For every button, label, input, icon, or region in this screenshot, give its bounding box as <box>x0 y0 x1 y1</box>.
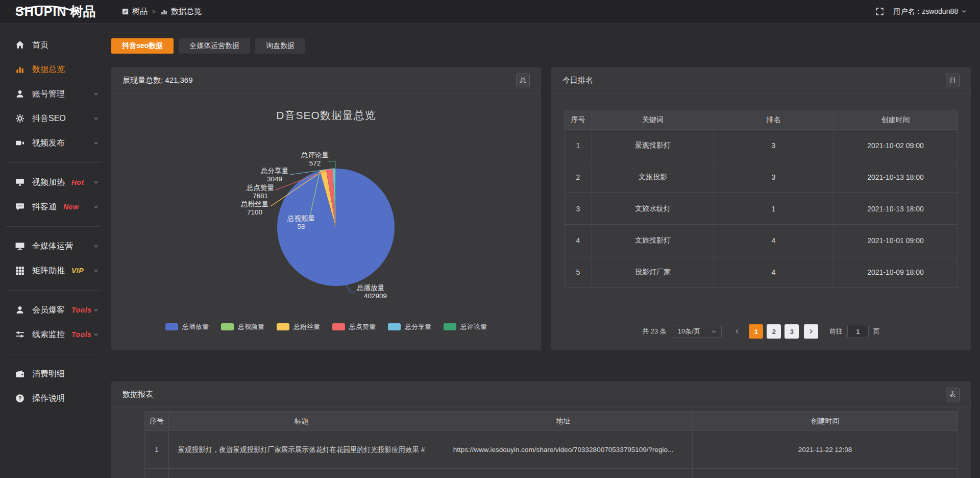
sidebar-item-douyin-seo[interactable]: 抖音SEO <box>0 106 107 131</box>
tab-0[interactable]: 抖音seo数据 <box>111 38 174 54</box>
table-cell: 2021-10-09 18:00 <box>834 256 958 288</box>
breadcrumb-root[interactable]: 树品 <box>121 7 148 16</box>
chevron-down-icon <box>93 140 99 146</box>
tab-1[interactable]: 全媒体运营数据 <box>179 38 250 54</box>
report-panel-head: 数据报表 表 <box>111 381 971 408</box>
ranking-day-button[interactable]: 日 <box>946 74 960 87</box>
chart-panel: 展现量总数: 421,369 总 D音SEO数据量总览 总播放量402909总视… <box>111 67 541 350</box>
user-area: 用户名：zswodun88 <box>875 7 980 16</box>
legend-swatch <box>444 323 456 330</box>
sidebar-badge-tools: Tools <box>71 330 91 339</box>
sidebar-item-douketong[interactable]: 抖客通New <box>0 195 107 219</box>
sidebar-item-consume-detail[interactable]: 消费明细 <box>0 362 107 386</box>
table-header-row: 序号标题地址创建时间 <box>145 412 958 431</box>
chart-total-button[interactable]: 总 <box>516 74 530 87</box>
sidebar-item-matrix-boost[interactable]: 矩阵助推VIP <box>0 258 107 283</box>
legend-item-1[interactable]: 总视频量 <box>221 322 264 331</box>
doc-icon <box>121 8 129 15</box>
next-page-button[interactable] <box>804 324 818 339</box>
column-header: 排名 <box>714 110 834 130</box>
page-button-2[interactable]: 2 <box>767 324 781 339</box>
legend-item-3[interactable]: 总点赞量 <box>332 322 376 331</box>
pie-label-value-0: 402909 <box>364 292 387 300</box>
sidebar-item-clue-monitor[interactable]: 线索监控Tools <box>0 322 107 347</box>
pie-label-name-1: 总视频量 <box>287 214 315 222</box>
sidebar-item-label: 抖客通 <box>32 202 57 212</box>
pie-label-name-5: 总评论量 <box>301 151 329 159</box>
legend-item-4[interactable]: 总分享量 <box>388 322 431 331</box>
user-menu[interactable]: 用户名：zswodun88 <box>893 7 967 16</box>
pie-label-name-4: 总分享量 <box>260 167 288 175</box>
chevron-down-icon <box>93 268 99 274</box>
sidebar-item-label: 会员爆客 <box>32 305 65 316</box>
table-cell: 2 <box>565 161 592 193</box>
breadcrumb-current: 数据总览 <box>160 7 202 16</box>
sidebar-item-media-operation[interactable]: 全媒体运营 <box>0 234 107 258</box>
table-cell: 投影灯厂家 <box>592 256 714 288</box>
sidebar-badge-new: New <box>63 203 79 211</box>
table-cell: 3 <box>714 161 834 193</box>
chart-panel-head: 展现量总数: 421,369 总 <box>111 67 541 94</box>
table-cell: 5 <box>565 256 592 288</box>
tab-2[interactable]: 询盘数据 <box>255 38 305 54</box>
table-cell: 3 <box>565 193 592 225</box>
chevron-left-icon <box>734 328 740 334</box>
prev-page-button[interactable] <box>730 324 744 339</box>
legend-swatch <box>332 323 345 330</box>
sidebar-divider <box>6 162 101 163</box>
fullscreen-icon[interactable] <box>875 7 884 16</box>
username-label: 用户名：zswodun88 <box>893 7 958 16</box>
chevron-down-icon <box>711 329 717 334</box>
sidebar-item-video-heat[interactable]: 视频加热Hot <box>0 170 107 195</box>
sidebar-divider <box>6 354 101 354</box>
svg-text:?: ? <box>18 395 22 401</box>
legend-label: 总分享量 <box>405 322 431 331</box>
legend-item-0[interactable]: 总播放量 <box>165 322 209 331</box>
sidebar-item-home[interactable]: 首页 <box>0 33 107 57</box>
breadcrumb-current-label: 数据总览 <box>171 7 202 16</box>
pie-slice-5 <box>335 169 336 227</box>
screen-icon <box>15 242 24 251</box>
home-icon <box>15 40 24 50</box>
main-content: 抖音seo数据全媒体运营数据询盘数据 展现量总数: 421,369 总 D音SE… <box>107 23 980 478</box>
report-table-button[interactable]: 表 <box>946 388 960 401</box>
report-link-url[interactable]: https://www.iesdouyin.com/share/video/70… <box>434 431 693 469</box>
table-cell: 2021-10-02 09:00 <box>834 130 958 161</box>
table-row: 1景观投影灯，夜游景观投影灯厂家展示展示落花灯在花园里的灯光投影应用效果 #ht… <box>145 431 958 469</box>
wallet-icon <box>15 369 24 378</box>
legend-label: 总评论量 <box>460 322 487 331</box>
total-count-label: 共 23 条 <box>642 327 667 336</box>
goto-page-input[interactable] <box>847 325 869 338</box>
sidebar-item-member-baoke[interactable]: 会员爆客Tools <box>0 298 107 322</box>
column-header: 创建时间 <box>834 110 958 130</box>
pie-chart-title: D音SEO数据量总览 <box>111 108 541 123</box>
sidebar-item-operation-guide[interactable]: ?操作说明 <box>0 386 107 411</box>
pie-label-name-3: 总点赞量 <box>246 184 274 192</box>
legend-item-2[interactable]: 总粉丝量 <box>277 322 320 331</box>
pie-label-line-0 <box>346 285 355 292</box>
pie-slice-4 <box>333 169 336 227</box>
page-size-value: 10条/页 <box>678 327 700 336</box>
sidebar-item-video-publish[interactable]: 视频发布 <box>0 131 107 155</box>
ranking-table-wrap: 序号关键词排名创建时间1景观投影灯32021-10-02 09:002文旅投影3… <box>564 110 958 288</box>
page-button-3[interactable]: 3 <box>785 324 799 339</box>
chevron-down-icon <box>93 204 99 210</box>
table-cell: 1 <box>145 431 169 469</box>
report-panel: 数据报表 表 序号标题地址创建时间1景观投影灯，夜游景观投影灯厂家展示展示落花灯… <box>111 381 971 478</box>
page-button-1[interactable]: 1 <box>749 324 763 339</box>
report-table: 序号标题地址创建时间1景观投影灯，夜游景观投影灯厂家展示展示落花灯在花园里的灯光… <box>144 411 958 478</box>
page-size-select[interactable]: 10条/页 <box>673 325 722 338</box>
legend-item-5[interactable]: 总评论量 <box>444 322 487 331</box>
bar-chart-icon <box>15 65 24 74</box>
monitor-icon <box>15 178 24 187</box>
sidebar-item-account-manage[interactable]: 账号管理 <box>0 82 107 106</box>
mini-bars-icon <box>160 8 168 15</box>
ranking-panel-head: 今日排名 日 <box>551 67 971 94</box>
sidebar-item-data-overview[interactable]: 数据总览 <box>0 57 107 82</box>
data-tabs: 抖音seo数据全媒体运营数据询盘数据 <box>111 38 980 54</box>
pie-label-value-5: 572 <box>309 159 321 167</box>
breadcrumb-separator: > <box>152 8 156 15</box>
member-icon <box>15 305 24 315</box>
pie-label-value-2: 7100 <box>247 208 262 216</box>
app-logo[interactable]: SHUPIN 树品 <box>0 5 108 18</box>
